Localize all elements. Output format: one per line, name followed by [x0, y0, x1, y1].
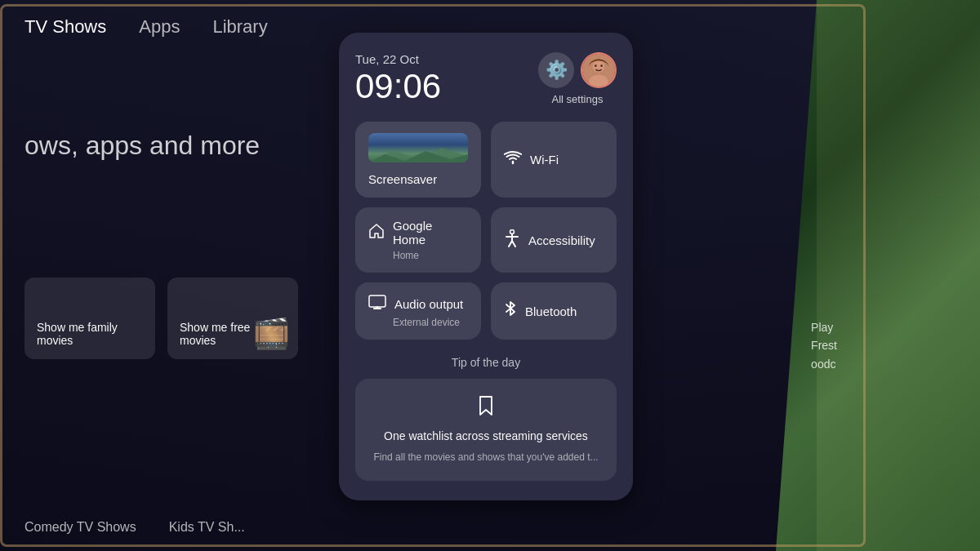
settings-grid: Screensaver Wi-Fi — [355, 122, 617, 340]
all-settings-button[interactable]: ⚙️ — [538, 52, 574, 88]
wifi-label: Wi-Fi — [530, 153, 559, 167]
settings-section: ⚙️ — [538, 52, 617, 105]
date-display: Tue, 22 Oct — [355, 52, 441, 66]
tip-section-label: Tip of the day — [355, 356, 617, 369]
bluetooth-tile[interactable]: Bluetooth — [491, 282, 617, 340]
svg-rect-12 — [369, 295, 385, 307]
wifi-tile-row: Wi-Fi — [504, 150, 604, 169]
audio-output-sublabel: External device — [393, 317, 468, 328]
right-partial-content: Play Frest oodc — [811, 318, 837, 373]
google-home-tile[interactable]: Google Home Home — [355, 207, 481, 273]
audio-output-icon — [368, 295, 386, 313]
bottom-labels: Comedy TV Shows Kids TV Sh... — [24, 520, 245, 535]
date-time-section: Tue, 22 Oct 09:06 — [355, 52, 441, 104]
nav-item-apps[interactable]: Apps — [139, 16, 180, 38]
gear-icon: ⚙️ — [546, 60, 568, 81]
google-home-label: Google Home — [393, 219, 468, 247]
audio-output-tile-row: Audio output — [368, 295, 468, 313]
accessibility-icon — [504, 229, 520, 251]
tip-section: Tip of the day One watchlist across stre… — [355, 356, 617, 481]
nav-item-tv-shows[interactable]: TV Shows — [24, 16, 106, 38]
quick-settings-panel: Tue, 22 Oct 09:06 ⚙️ — [339, 33, 633, 500]
accessibility-label: Accessibility — [528, 233, 595, 247]
user-avatar[interactable] — [581, 52, 617, 88]
label-kids-shows: Kids TV Sh... — [169, 520, 245, 535]
google-home-icon — [368, 223, 385, 243]
svg-point-4 — [600, 64, 603, 67]
panel-header: Tue, 22 Oct 09:06 ⚙️ — [355, 52, 617, 105]
card-free-movies[interactable]: Show me free movies 🎞️ — [167, 278, 298, 359]
all-settings-label: All settings — [552, 93, 604, 105]
wifi-icon — [504, 150, 522, 169]
tip-description: Find all the movies and shows that you'v… — [373, 451, 598, 464]
accessibility-tile-row: Accessibility — [504, 229, 604, 251]
avatar-face — [582, 54, 615, 87]
bluetooth-label: Bluetooth — [525, 304, 577, 318]
cards-row: Show me family movies 🎬 Show me free mov… — [24, 278, 298, 359]
google-home-tile-row: Google Home — [368, 219, 468, 247]
bookmark-icon — [478, 395, 494, 421]
bluetooth-icon — [504, 300, 517, 322]
svg-point-3 — [595, 64, 597, 67]
card-family-movies-label: Show me family movies — [37, 321, 143, 347]
time-display: 09:06 — [355, 69, 441, 104]
accessibility-tile[interactable]: Accessibility — [491, 207, 617, 273]
settings-icons-row: ⚙️ — [538, 52, 617, 88]
bluetooth-tile-row: Bluetooth — [504, 300, 604, 322]
google-home-sublabel: Home — [393, 250, 468, 261]
svg-line-10 — [509, 241, 512, 247]
screensaver-preview — [368, 133, 468, 162]
audio-output-label: Audio output — [394, 297, 463, 311]
card-family-movies[interactable]: Show me family movies 🎬 — [24, 278, 155, 359]
screensaver-tile[interactable]: Screensaver — [355, 122, 481, 198]
tip-card: One watchlist across streaming services … — [355, 379, 617, 481]
wifi-tile[interactable]: Wi-Fi — [491, 122, 617, 198]
svg-point-7 — [510, 229, 514, 233]
screensaver-label: Screensaver — [368, 172, 468, 186]
label-comedy-shows: Comedy TV Shows — [24, 520, 136, 535]
nav-item-library[interactable]: Library — [212, 16, 267, 38]
svg-line-11 — [512, 241, 515, 247]
audio-output-tile[interactable]: Audio output External device — [355, 282, 481, 340]
tip-title: One watchlist across streaming services — [384, 429, 588, 442]
